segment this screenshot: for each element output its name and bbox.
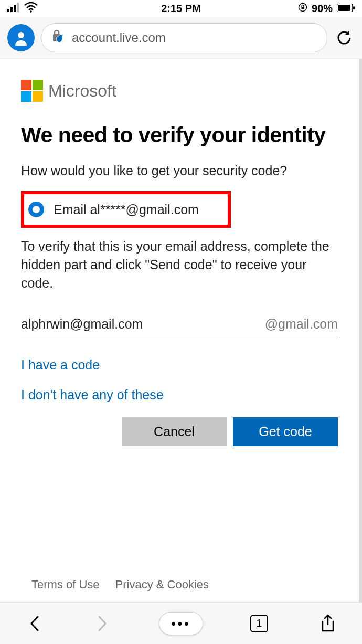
verify-option-label: Email al*****@gmail.com	[54, 202, 199, 217]
page-content: Microsoft We need to verify your identit…	[0, 59, 362, 602]
button-row: Cancel Get code	[21, 417, 338, 446]
svg-rect-6	[301, 7, 304, 9]
svg-rect-0	[7, 9, 9, 12]
privacy-link[interactable]: Privacy & Cookies	[115, 578, 209, 592]
email-suffix: @gmail.com	[265, 316, 338, 332]
svg-point-10	[18, 32, 24, 38]
email-input[interactable]	[21, 316, 265, 332]
battery-icon	[337, 3, 355, 15]
tabs-button[interactable]: 1	[247, 611, 272, 636]
email-input-row: @gmail.com	[21, 313, 338, 337]
share-icon	[321, 614, 335, 633]
radio-selected-icon	[28, 202, 44, 217]
more-icon: •••	[171, 616, 190, 631]
verify-option-email[interactable]: Email al*****@gmail.com	[21, 191, 231, 228]
chevron-right-icon	[97, 615, 109, 632]
address-bar[interactable]: account.live.com	[41, 23, 327, 52]
forward-button[interactable]	[90, 611, 115, 636]
terms-link[interactable]: Terms of Use	[31, 578, 100, 592]
svg-point-4	[30, 10, 32, 13]
share-button[interactable]	[315, 611, 340, 636]
cancel-button[interactable]: Cancel	[122, 417, 227, 446]
page-subtitle: How would you like to get your security …	[21, 163, 338, 178]
microsoft-logo-text: Microsoft	[48, 81, 116, 101]
svg-rect-3	[17, 3, 19, 12]
svg-rect-8	[338, 5, 350, 11]
browser-toolbar: account.live.com	[0, 17, 362, 59]
dont-have-link[interactable]: I don't have any of these	[21, 387, 338, 403]
wifi-icon	[24, 2, 38, 15]
svg-rect-1	[10, 7, 13, 12]
svg-rect-9	[353, 6, 355, 9]
tab-count-icon: 1	[250, 615, 268, 632]
profile-button[interactable]	[7, 24, 35, 51]
url-text: account.live.com	[72, 30, 166, 45]
reload-icon	[335, 29, 353, 47]
microsoft-logo: Microsoft	[21, 80, 338, 102]
instruction-text: To verify that this is your email addres…	[21, 237, 338, 292]
back-button[interactable]	[22, 611, 47, 636]
page-heading: We need to verify your identity	[21, 123, 338, 147]
chevron-left-icon	[28, 615, 40, 632]
shield-lock-icon	[52, 29, 65, 47]
get-code-button[interactable]: Get code	[233, 417, 338, 446]
reload-button[interactable]	[334, 27, 355, 48]
svg-rect-2	[14, 5, 16, 12]
more-button[interactable]: •••	[159, 612, 203, 635]
microsoft-logo-icon	[21, 80, 43, 102]
have-code-link[interactable]: I have a code	[21, 357, 338, 373]
browser-bottom-nav: ••• 1	[0, 602, 362, 644]
person-icon	[13, 30, 29, 46]
battery-percent: 90%	[312, 3, 333, 15]
signal-icon	[7, 3, 20, 15]
status-time: 2:15 PM	[161, 3, 201, 15]
status-bar: 2:15 PM 90%	[0, 0, 362, 17]
rotation-lock-icon	[298, 3, 307, 15]
footer-links: Terms of Use Privacy & Cookies	[31, 578, 209, 592]
